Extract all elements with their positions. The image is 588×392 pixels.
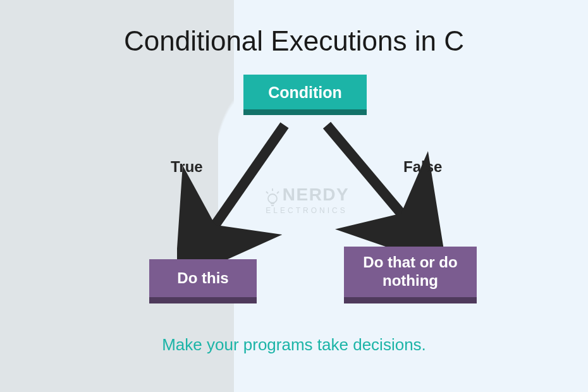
svg-line-4: [277, 192, 279, 193]
tagline-text: Make your programs take decisions.: [0, 335, 588, 355]
do-that-node-label: Do that or do nothing: [344, 254, 477, 290]
svg-line-3: [266, 192, 268, 193]
watermark-logo: NERDY ELECTRONICS: [234, 187, 379, 214]
edge-label-false: False: [403, 158, 442, 176]
edge-label-true: True: [171, 158, 203, 176]
diagram-container: Conditional Executions in C Condition Tr…: [0, 0, 588, 392]
arrow-false: [319, 120, 446, 247]
do-this-node-label: Do this: [177, 269, 228, 288]
watermark-sub: ELECTRONICS: [234, 207, 379, 214]
lightbulb-icon: [264, 188, 281, 207]
condition-node: Condition: [243, 75, 367, 115]
do-that-node: Do that or do nothing: [344, 247, 477, 303]
svg-line-0: [204, 125, 285, 242]
watermark-brand: NERDY: [283, 185, 350, 204]
page-title: Conditional Executions in C: [0, 25, 588, 57]
svg-point-5: [268, 194, 277, 203]
do-this-node: Do this: [149, 259, 257, 303]
condition-node-label: Condition: [268, 83, 342, 102]
